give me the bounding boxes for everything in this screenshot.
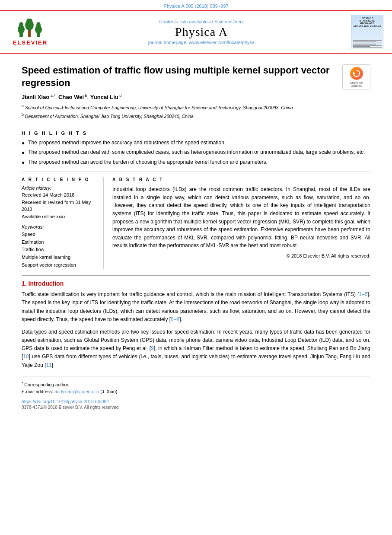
abstract-text: Industrial loop detectors (ILDs) are the… bbox=[112, 185, 370, 250]
highlight-text-2: The proposed method can deal with some c… bbox=[28, 149, 365, 156]
article-history: Article history: Received 14 March 2018 … bbox=[22, 185, 97, 220]
affiliations: a School of Optical–Electrical and Compu… bbox=[22, 103, 370, 120]
email-line: E-mail address: audyxiao@sjtu.edu.cn (J.… bbox=[22, 388, 370, 395]
intro-paragraph-1: Traffic state identification is very imp… bbox=[22, 290, 370, 324]
highlight-item-2: ● The proposed method can deal with some… bbox=[22, 149, 370, 156]
highlights-section: H I G H L I G H T S ● The proposed metho… bbox=[22, 131, 370, 166]
page: Physica A 509 (2018) 989–997 ELSEVIER C bbox=[0, 0, 392, 535]
highlights-label: H I G H L I G H T S bbox=[22, 131, 370, 136]
available-date: Available online xxxx bbox=[22, 213, 97, 220]
bullet-3: ● bbox=[22, 159, 25, 166]
article-title-section: Speed estimation of traffic flow using m… bbox=[22, 64, 370, 89]
abstract-label: A B S T R A C T bbox=[112, 177, 370, 182]
affiliation-a: a School of Optical–Electrical and Compu… bbox=[22, 103, 370, 111]
keyword-5: Support vector regression bbox=[22, 261, 97, 269]
authors-line: Jianli Xiao a,*, Chao Wei b, Yuncai Liu … bbox=[22, 93, 370, 100]
received-date: Received 14 March 2018 bbox=[22, 191, 97, 199]
author-3-sup: b bbox=[118, 93, 122, 98]
article-info-label: A R T I C L E I N F O bbox=[22, 177, 97, 182]
copyright-text: © 2018 Elsevier B.V. All rights reserved… bbox=[112, 253, 370, 258]
author-1-name: Jianli Xiao bbox=[22, 94, 49, 101]
article-content: Speed estimation of traffic flow using m… bbox=[0, 54, 392, 418]
history-label: Article history: bbox=[22, 185, 97, 191]
intro-paragraph-2: Data types and speed estimation methods … bbox=[22, 328, 370, 369]
svg-point-8 bbox=[36, 22, 41, 28]
check-updates-icon bbox=[350, 67, 363, 80]
introduction-heading: 1. Introduction bbox=[22, 280, 370, 287]
keyword-4: Multiple kernel learning bbox=[22, 254, 97, 261]
journal-url: journal homepage: www.elsevier.com/locat… bbox=[56, 40, 347, 45]
bullet-2: ● bbox=[22, 149, 25, 156]
doi-section: https://doi.org/10.1016/j.physa.2018.06.… bbox=[22, 398, 370, 405]
keyword-2: Estimation bbox=[22, 239, 97, 246]
ref-6-8[interactable]: 6–8 bbox=[171, 316, 179, 322]
author-1-sup: a,* bbox=[49, 93, 55, 98]
highlight-item-1: ● The proposed method improves the accur… bbox=[22, 139, 370, 147]
journal-thumbnail: PHYSICA ASTATISTICAL MECHANICSAND ITS AP… bbox=[351, 15, 383, 49]
sciencedirect-line: Contents lists available at ScienceDirec… bbox=[56, 19, 347, 24]
keyword-1: Speed bbox=[22, 231, 97, 239]
ref-10[interactable]: 10 bbox=[23, 353, 29, 360]
check-updates-badge: Check for updates bbox=[342, 64, 370, 89]
article-info-abstract: A R T I C L E I N F O Article history: R… bbox=[22, 177, 370, 269]
author-2-name: Chao Wei bbox=[58, 94, 84, 101]
journal-center: Contents lists available at ScienceDirec… bbox=[56, 19, 347, 45]
revised-date: Received in revised form 31 May 2018 bbox=[22, 199, 97, 213]
corresponding-author-note: * Corresponding author. bbox=[22, 380, 370, 388]
doi-link[interactable]: https://doi.org/10.1016/j.physa.2018.06.… bbox=[22, 399, 109, 404]
article-title: Speed estimation of traffic flow using m… bbox=[22, 64, 336, 89]
affiliation-b: b Department of Automation, Shanghai Jia… bbox=[22, 112, 370, 120]
highlight-item-3: ● The proposed method can avoid the burd… bbox=[22, 159, 370, 166]
journal-ref-text: Physica A 509 (2018) 989–997 bbox=[164, 3, 229, 9]
abstract-col: A B S T R A C T Industrial loop detector… bbox=[112, 177, 370, 269]
highlight-text-3: The proposed method can avoid the burden… bbox=[28, 159, 268, 166]
ref-9[interactable]: 9 bbox=[151, 345, 154, 351]
ref-1-5[interactable]: 1–5 bbox=[359, 291, 367, 297]
keywords-label: Keywords: bbox=[22, 224, 97, 229]
bullet-1: ● bbox=[22, 140, 25, 147]
main-content: 1. Introduction Traffic state identifica… bbox=[22, 275, 370, 369]
author-3-name: Yuncai Liu bbox=[90, 94, 118, 101]
divider-2 bbox=[22, 172, 370, 172]
author-2-sup: b bbox=[84, 93, 87, 98]
highlight-text-1: The proposed method improves the accurac… bbox=[28, 139, 226, 146]
article-info-col: A R T I C L E I N F O Article history: R… bbox=[22, 177, 104, 269]
issn-text: 0378-4371/© 2018 Elsevier B.V. All right… bbox=[22, 405, 370, 410]
journal-header: ELSEVIER Contents lists available at Sci… bbox=[0, 10, 392, 54]
keyword-3: Traffic flow bbox=[22, 246, 97, 254]
elsevier-label: ELSEVIER bbox=[13, 39, 48, 46]
footnotes: * Corresponding author. E-mail address: … bbox=[22, 376, 370, 410]
email-link[interactable]: audyxiao@sjtu.edu.cn bbox=[54, 389, 99, 394]
svg-point-2 bbox=[19, 22, 23, 28]
elsevier-logo: ELSEVIER bbox=[9, 15, 52, 49]
journal-title: Physica A bbox=[56, 25, 347, 39]
divider-1 bbox=[22, 126, 370, 126]
elsevier-tree-icon bbox=[17, 19, 43, 38]
journal-reference: Physica A 509 (2018) 989–997 bbox=[0, 0, 392, 10]
ref-11[interactable]: 11 bbox=[46, 362, 51, 368]
keywords-section: Keywords: Speed Estimation Traffic flow … bbox=[22, 224, 97, 269]
